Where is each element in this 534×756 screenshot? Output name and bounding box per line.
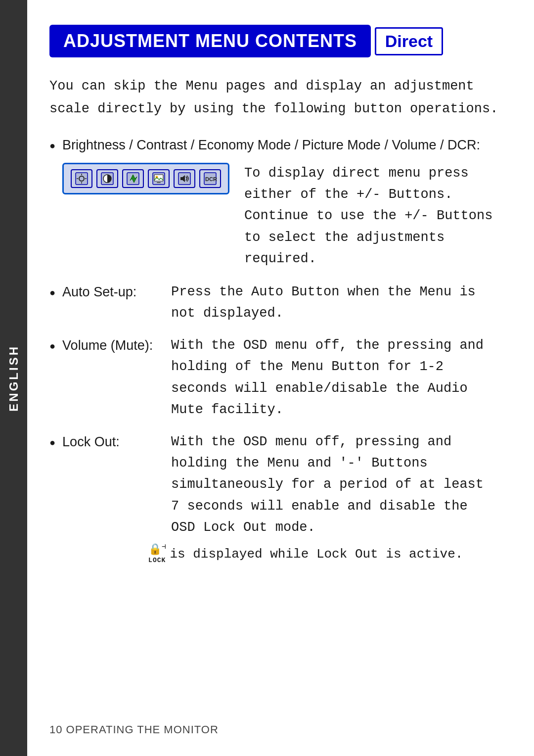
bullet-dot-4: ● bbox=[49, 434, 55, 450]
volume-mute-label: Volume (Mute): bbox=[62, 335, 161, 356]
svg-text:DCR: DCR bbox=[205, 176, 217, 182]
brightness-bullet: ● Brightness / Contrast / Economy Mode /… bbox=[49, 135, 499, 270]
bullet-dot-3: ● bbox=[49, 338, 55, 354]
menu-icons-box: DCR bbox=[62, 163, 229, 194]
page-footer: 10 OPERATING THE MONITOR bbox=[49, 723, 219, 736]
lock-active-line: 🔒⊣ LOCK is displayed while Lock Out is a… bbox=[148, 543, 463, 566]
bullet-dot: ● bbox=[49, 138, 55, 153]
brightness-icon bbox=[71, 169, 92, 188]
brightness-label: Brightness / Contrast / Economy Mode / P… bbox=[62, 135, 499, 156]
lock-active-text: is displayed while Lock Out is active. bbox=[170, 544, 463, 565]
bullet-dot-2: ● bbox=[49, 284, 55, 300]
auto-setup-label: Auto Set-up: bbox=[62, 282, 161, 324]
page-title: ADJUSTMENT MENU CONTENTS bbox=[49, 25, 371, 57]
brightness-desc-line2: Continue to use the +/- Buttons to selec… bbox=[244, 208, 492, 266]
picture-mode-icon bbox=[148, 169, 170, 188]
volume-icon bbox=[174, 169, 195, 188]
lock-out-bullet: ● Lock Out: With the OSD menu off, press… bbox=[49, 431, 499, 566]
economy-icon bbox=[122, 169, 144, 188]
volume-mute-bullet: ● Volume (Mute): With the OSD menu off, … bbox=[49, 335, 499, 421]
dcr-icon: DCR bbox=[199, 169, 221, 188]
auto-setup-bullet: ● Auto Set-up: Press the Auto Button whe… bbox=[49, 282, 499, 324]
svg-rect-10 bbox=[154, 175, 163, 181]
brightness-desc: To display direct menu press either of t… bbox=[244, 163, 499, 270]
contrast-icon bbox=[96, 169, 118, 188]
lock-out-desc: With the OSD menu off, pressing and hold… bbox=[171, 431, 499, 538]
auto-setup-desc: Press the Auto Button when the Menu is n… bbox=[171, 282, 499, 324]
brightness-desc-line1: To display direct menu press either of t… bbox=[244, 166, 469, 202]
lock-out-label: Lock Out: bbox=[62, 431, 161, 453]
lock-out-icon: 🔒⊣ LOCK bbox=[148, 543, 166, 566]
intro-text: You can skip the Menu pages and display … bbox=[49, 75, 499, 121]
section-heading: Direct bbox=[375, 27, 443, 55]
svg-rect-12 bbox=[157, 182, 161, 183]
volume-mute-desc: With the OSD menu off, the pressing and … bbox=[171, 335, 499, 421]
